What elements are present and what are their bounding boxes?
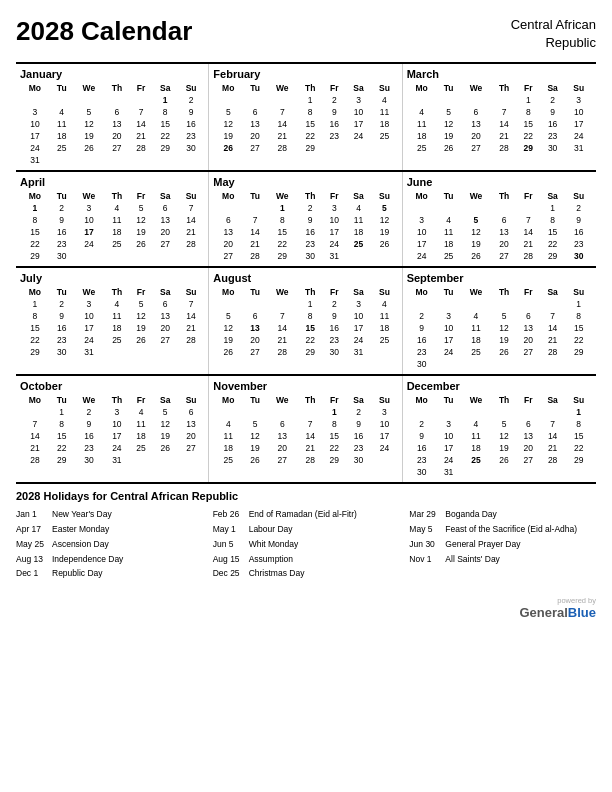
day-header: Fr: [130, 190, 153, 202]
calendar-day: 18: [461, 442, 492, 454]
calendar-day: 28: [20, 454, 50, 466]
calendar-day: 14: [178, 310, 205, 322]
holidays-title: 2028 Holidays for Central African Republ…: [16, 490, 596, 502]
calendar-day: 25: [213, 454, 243, 466]
calendar-day: [213, 298, 243, 310]
calendar-day: 30: [50, 346, 74, 358]
calendar-day: 26: [213, 346, 243, 358]
calendar-day: 1: [540, 202, 565, 214]
calendar-day: 14: [267, 118, 298, 130]
calendar-day: [178, 346, 205, 358]
calendar-day: 20: [517, 334, 540, 346]
calendar-day: 28: [517, 250, 540, 262]
calendar-day: [491, 466, 516, 478]
calendar-day: 15: [565, 322, 592, 334]
calendar-day: 24: [437, 346, 461, 358]
calendar-day: [437, 202, 461, 214]
calendar-day: 25: [461, 454, 492, 466]
calendar-day: 16: [540, 118, 565, 130]
calendar-day: 14: [178, 214, 205, 226]
month-name: January: [20, 68, 204, 80]
calendar-day: [437, 406, 461, 418]
calendar-day: 17: [74, 322, 105, 334]
holiday-name: Boganda Day: [445, 508, 497, 521]
calendar-day: 24: [74, 238, 105, 250]
calendar-day: [74, 250, 105, 262]
day-header: Th: [298, 394, 323, 406]
calendar-day: [565, 466, 592, 478]
calendar-day: 11: [437, 226, 461, 238]
calendar-day: [130, 94, 153, 106]
calendar-day: 21: [20, 442, 50, 454]
calendar-day: 13: [491, 226, 516, 238]
calendar-day: 5: [491, 310, 516, 322]
day-header: Su: [565, 82, 592, 94]
day-header: Tu: [50, 190, 74, 202]
day-header: We: [74, 286, 105, 298]
calendar-day: 10: [346, 106, 371, 118]
calendar-day: 25: [371, 334, 398, 346]
calendar-day: 20: [491, 238, 516, 250]
day-header: Sa: [540, 82, 565, 94]
month-block-september: SeptemberMoTuWeThFrSaSu12345678910111213…: [403, 268, 596, 374]
calendar-day: 21: [178, 322, 205, 334]
calendar-day: [491, 358, 516, 370]
day-header: We: [267, 394, 298, 406]
calendar-day: 3: [74, 298, 105, 310]
day-header: Sa: [540, 286, 565, 298]
calendar-day: 25: [461, 346, 492, 358]
calendar-day: 15: [20, 322, 50, 334]
calendar-day: [437, 94, 461, 106]
calendar-day: [20, 94, 50, 106]
calendar-table: MoTuWeThFrSaSu12345678910111213141516171…: [407, 82, 592, 154]
calendar-day: 9: [323, 310, 346, 322]
calendar-day: 18: [130, 430, 153, 442]
calendar-day: [461, 298, 492, 310]
holiday-name: Feast of the Sacrifice (Eid al-Adha): [445, 523, 577, 536]
calendar-day: [267, 94, 298, 106]
calendar-day: 4: [346, 202, 371, 214]
day-header: Tu: [50, 82, 74, 94]
day-header: Tu: [437, 190, 461, 202]
calendar-day: 13: [213, 226, 243, 238]
calendar-day: 8: [323, 418, 346, 430]
calendar-day: 24: [346, 130, 371, 142]
calendar-day: 3: [104, 406, 129, 418]
day-header: Fr: [517, 286, 540, 298]
calendar-day: 1: [565, 298, 592, 310]
calendar-day: 22: [517, 130, 540, 142]
calendar-day: 30: [178, 142, 205, 154]
day-header: Th: [298, 190, 323, 202]
calendar-day: 30: [540, 142, 565, 154]
calendar-day: 30: [346, 454, 371, 466]
calendar-day: 10: [20, 118, 50, 130]
calendar-day: 28: [178, 334, 205, 346]
calendar-day: 14: [130, 118, 153, 130]
calendar-day: [267, 406, 298, 418]
calendar-day: [346, 250, 371, 262]
calendar-table: MoTuWeThFrSaSu12345678910111213141516171…: [407, 190, 592, 262]
calendar-day: 25: [104, 334, 129, 346]
holiday-name: Christmas Day: [249, 567, 305, 580]
day-header: Th: [491, 394, 516, 406]
calendar-day: 27: [243, 346, 267, 358]
calendar-day: 16: [565, 226, 592, 238]
calendar-day: 22: [565, 334, 592, 346]
calendar-day: 10: [437, 430, 461, 442]
holiday-name: New Year's Day: [52, 508, 112, 521]
calendar-day: 28: [298, 454, 323, 466]
calendar-day: 7: [298, 418, 323, 430]
month-name: December: [407, 380, 592, 392]
calendar-day: 27: [178, 442, 205, 454]
calendar-day: 24: [565, 130, 592, 142]
calendar-day: 25: [371, 130, 398, 142]
day-header: Fr: [323, 190, 346, 202]
calendar-day: 28: [491, 142, 516, 154]
calendar-day: 12: [437, 118, 461, 130]
calendar-day: 12: [461, 226, 492, 238]
calendar-day: 27: [517, 454, 540, 466]
calendar-day: 22: [20, 238, 50, 250]
calendar-day: 30: [298, 250, 323, 262]
calendar-day: [20, 406, 50, 418]
day-header: Fr: [517, 190, 540, 202]
